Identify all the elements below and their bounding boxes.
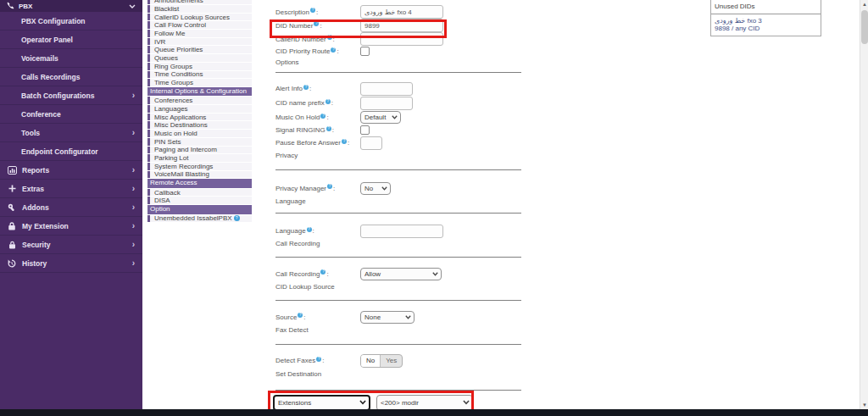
scroll-up-arrow[interactable]: ▲: [860, 0, 868, 8]
submenu-item-label: Queue Priorities: [154, 46, 203, 53]
help-icon[interactable]: ?: [327, 184, 332, 189]
cid-name-prefix-input[interactable]: [360, 97, 413, 110]
did-number-label: DID Number?: [275, 22, 360, 30]
signal-ringing-checkbox[interactable]: [360, 125, 370, 135]
sidebar-item-calls-recordings[interactable]: Calls Recordings: [0, 68, 142, 86]
pause-before-answer-row: Pause Before Answer?: [275, 136, 523, 150]
submenu-item-callerid-lookup-sources[interactable]: CallerID Lookup Sources: [147, 14, 252, 21]
cid-priority-route-label: CID Priority Route?: [275, 47, 360, 55]
submenu-item-ring-groups[interactable]: Ring Groups: [147, 63, 252, 70]
callerid-number-input[interactable]: [360, 32, 443, 46]
pause-before-answer-input[interactable]: [360, 136, 382, 150]
submenu-item-conferences[interactable]: Conferences: [147, 97, 252, 104]
callerid-number-row: CallerID Number?: [275, 32, 523, 46]
source-select[interactable]: None: [360, 311, 415, 324]
submenu-item-voicemail-blasting[interactable]: VoiceMail Blasting: [147, 171, 252, 179]
alert-info-input[interactable]: [360, 82, 413, 96]
sidebar-item-batch-configurations[interactable]: Batch Configurations›: [0, 86, 142, 105]
sidebar-item-pbx-configuration[interactable]: PBX Configuration: [0, 12, 142, 31]
section-language: Language: [275, 196, 523, 207]
submenu-item-disa[interactable]: DISA: [147, 197, 252, 204]
detect-faxes-option-no[interactable]: No: [361, 355, 381, 367]
sidebar-item-voicemails[interactable]: Voicemails: [0, 49, 142, 68]
submenu-item-time-groups[interactable]: Time Groups: [147, 79, 252, 86]
divider: [275, 72, 521, 73]
sidebar-item-extras[interactable]: Extras›: [0, 180, 142, 198]
music-on-hold-select[interactable]: Default: [360, 111, 401, 124]
submenu-item-label: Callback: [154, 189, 181, 197]
help-icon[interactable]: ?: [320, 114, 326, 119]
help-icon[interactable]: ?: [342, 139, 347, 144]
help-icon[interactable]: ?: [314, 21, 319, 26]
submenu-item-pin-sets[interactable]: PIN Sets: [147, 138, 252, 146]
sidebar-item-label: Addons: [22, 203, 49, 212]
submenu-item-system-recordings[interactable]: System Recordings: [147, 163, 252, 170]
sidebar-item-conference[interactable]: Conference: [0, 105, 142, 124]
submenu-item-unembedded-issabelpbx[interactable]: Unembedded IssabelPBX?: [147, 215, 252, 223]
submenu-item-callback[interactable]: Callback: [147, 189, 252, 197]
sidebar-item-history[interactable]: History›: [0, 254, 142, 273]
language-row: Language?: [275, 224, 523, 238]
bottom-bar: [0, 409, 868, 416]
chevron-right-icon: ›: [132, 241, 135, 249]
sidebar-item-reports[interactable]: Reports›: [0, 161, 142, 180]
unused-did-link[interactable]: خط ورودی fxo 39898 / any CID: [711, 14, 821, 36]
submenu-group-header-option: Option: [147, 205, 252, 214]
did-number-input[interactable]: 9899: [360, 19, 443, 32]
submenu-item-announcements[interactable]: Announcements: [147, 0, 252, 4]
submenu-item-call-flow-control[interactable]: Call Flow Control: [147, 21, 252, 29]
submenu-item-music-on-hold[interactable]: Music on Hold: [147, 130, 252, 137]
vertical-scrollbar: ▲ ▼: [860, 0, 868, 409]
chevron-down-icon: [392, 114, 398, 121]
help-icon[interactable]: ?: [327, 35, 332, 40]
chevron-down-icon: [129, 4, 136, 8]
submenu-item-label: Paging and Intercom: [154, 146, 217, 153]
scroll-down-arrow[interactable]: ▼: [860, 401, 868, 409]
help-icon[interactable]: ?: [316, 357, 321, 362]
submenu-item-label: Music on Hold: [154, 130, 198, 137]
submenu-item-misc-applications[interactable]: Misc Applications: [147, 114, 252, 121]
privacy-manager-select[interactable]: No: [360, 182, 391, 195]
sidebar-item-security[interactable]: Security›: [0, 236, 142, 254]
submenu-item-misc-destinations[interactable]: Misc Destinations: [147, 121, 252, 129]
sidebar-item-label: Calls Recordings: [21, 73, 80, 81]
submenu-item-queue-priorities[interactable]: Queue Priorities: [147, 46, 252, 53]
detect-faxes-option-yes[interactable]: Yes: [381, 355, 402, 367]
submenu-item-label: Call Flow Control: [154, 21, 206, 29]
sidebar-item-tools[interactable]: Tools›: [0, 124, 142, 142]
submenu-item-queues[interactable]: Queues: [147, 54, 252, 62]
scrollbar-thumb[interactable]: [861, 10, 868, 44]
submenu-item-ivr[interactable]: IVR: [147, 38, 252, 46]
alert-info-row: Alert Info?: [275, 81, 523, 96]
help-icon[interactable]: ?: [331, 47, 336, 53]
submenu-item-paging-and-intercom[interactable]: Paging and Intercom: [147, 147, 252, 154]
help-icon[interactable]: ?: [326, 99, 331, 104]
call-recording-select[interactable]: Allow: [360, 268, 442, 280]
submenu-item-languages[interactable]: Languages: [147, 105, 252, 113]
sidebar-item-my-extension[interactable]: My Extension›: [0, 217, 142, 236]
cid-priority-route-checkbox[interactable]: [360, 47, 370, 56]
signal-ringing-row: Signal RINGING?: [275, 125, 523, 136]
chevron-right-icon: ›: [132, 129, 135, 137]
help-icon[interactable]: ?: [310, 8, 315, 13]
submenu-item-blacklist[interactable]: Blacklist: [147, 5, 252, 13]
help-icon[interactable]: ?: [320, 269, 326, 275]
help-icon[interactable]: ?: [303, 85, 309, 90]
help-icon[interactable]: ?: [326, 126, 331, 131]
help-icon[interactable]: ?: [298, 313, 303, 318]
issabel-pbx-page: PBX PBX ConfigurationOperator PanelVoice…: [0, 0, 868, 416]
info-icon[interactable]: ?: [234, 215, 240, 221]
submenu-item-parking-lot[interactable]: Parking Lot: [147, 154, 252, 162]
submenu-item-follow-me[interactable]: Follow Me: [147, 30, 252, 37]
phone-icon: [7, 2, 14, 11]
help-icon[interactable]: ?: [307, 227, 312, 232]
description-input[interactable]: خط ورودی fxo 4: [360, 5, 443, 19]
sidebar-item-endpoint-configurator[interactable]: Endpoint Configurator: [0, 142, 142, 161]
sidebar-header-pbx[interactable]: PBX: [0, 0, 142, 12]
language-input[interactable]: [360, 225, 443, 238]
chevron-down-icon: [405, 313, 411, 321]
sidebar-item-addons[interactable]: Addons›: [0, 198, 142, 217]
sidebar-item-operator-panel[interactable]: Operator Panel: [0, 31, 142, 49]
submenu-item-time-conditions[interactable]: Time Conditions: [147, 71, 252, 79]
submenu-item-label: Conferences: [154, 97, 192, 104]
